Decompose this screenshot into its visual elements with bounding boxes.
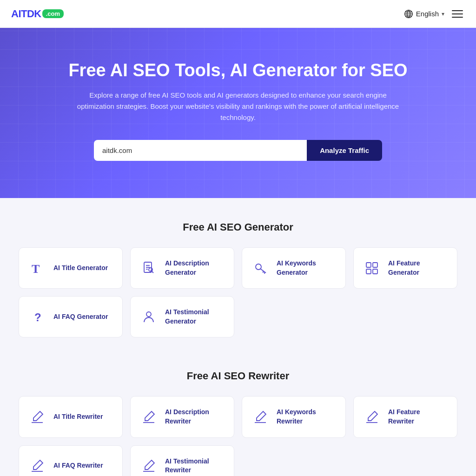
edit-icon-test-rw xyxy=(140,457,158,475)
generator-cards-row1: T AI Title Generator AI xyxy=(19,247,457,289)
card-faq-generator-label: AI FAQ Generator xyxy=(53,312,108,322)
card-faq-rewriter[interactable]: AI FAQ Rewriter xyxy=(19,445,123,476)
url-input[interactable] xyxy=(94,140,307,161)
edit-icon-title-rw xyxy=(28,408,46,426)
card-title-generator[interactable]: T AI Title Generator xyxy=(19,247,123,289)
hamburger-menu-button[interactable] xyxy=(450,8,465,20)
header-right: English ▾ xyxy=(404,8,465,20)
card-keywords-generator[interactable]: AI Keywords Generator xyxy=(242,247,346,289)
rewriter-section: Free AI SEO Rewriter AI Title Rewriter xyxy=(0,361,476,476)
svg-text:?: ? xyxy=(34,311,41,324)
card-keywords-rewriter[interactable]: AI Keywords Rewriter xyxy=(242,396,346,437)
rewriter-cards-row2: AI FAQ Rewriter AI Testimonial Rewriter xyxy=(19,445,457,476)
card-feature-rewriter[interactable]: AI Feature Rewriter xyxy=(353,396,457,437)
doc-icon xyxy=(140,259,158,277)
svg-rect-12 xyxy=(366,263,371,267)
card-description-rewriter-label: AI Description Rewriter xyxy=(165,408,225,426)
logo-badge: .com xyxy=(42,9,64,18)
header: AITDK .com English ▾ xyxy=(0,0,476,28)
language-selector[interactable]: English ▾ xyxy=(404,9,444,19)
globe-icon xyxy=(404,9,413,19)
language-label: English xyxy=(416,10,439,18)
edit-icon-feat-rw xyxy=(363,408,381,426)
card-description-rewriter[interactable]: AI Description Rewriter xyxy=(130,396,234,437)
card-keywords-generator-label: AI Keywords Generator xyxy=(277,259,336,277)
card-feature-generator-label: AI Feature Generator xyxy=(388,259,448,277)
card-feature-generator[interactable]: AI Feature Generator xyxy=(353,247,457,289)
hero-title: Free AI SEO Tools, AI Generator for SEO xyxy=(11,60,465,80)
card-testimonial-generator[interactable]: AI Testimonial Generator xyxy=(130,296,234,337)
card-title-rewriter-label: AI Title Rewriter xyxy=(53,412,103,422)
svg-point-17 xyxy=(146,312,151,317)
card-keywords-rewriter-label: AI Keywords Rewriter xyxy=(277,408,336,426)
edit-icon-faq-rw xyxy=(28,457,46,475)
analyze-traffic-button[interactable]: Analyze Traffic xyxy=(307,140,382,161)
logo-text: AITDK xyxy=(11,8,41,20)
logo[interactable]: AITDK .com xyxy=(11,8,64,20)
title-icon: T xyxy=(28,259,46,277)
generator-cards-row2: ? AI FAQ Generator AI Testimonial Genera… xyxy=(19,296,457,337)
card-testimonial-rewriter-label: AI Testimonial Rewriter xyxy=(165,457,225,475)
grid-icon xyxy=(363,259,381,277)
chevron-down-icon: ▾ xyxy=(442,11,444,17)
card-faq-rewriter-label: AI FAQ Rewriter xyxy=(53,461,103,470)
card-title-rewriter[interactable]: AI Title Rewriter xyxy=(19,396,123,437)
card-feature-rewriter-label: AI Feature Rewriter xyxy=(388,408,448,426)
question-icon: ? xyxy=(28,308,46,326)
card-faq-generator[interactable]: ? AI FAQ Generator xyxy=(19,296,123,337)
main-content: Free AI SEO Generator T AI Title Generat… xyxy=(0,198,476,476)
card-description-generator[interactable]: AI Description Generator xyxy=(130,247,234,289)
svg-rect-13 xyxy=(373,263,377,267)
edit-icon-desc-rw xyxy=(140,408,158,426)
svg-text:T: T xyxy=(32,262,40,276)
card-testimonial-generator-label: AI Testimonial Generator xyxy=(165,308,225,326)
generator-section: Free AI SEO Generator T AI Title Generat… xyxy=(0,198,476,361)
person-icon xyxy=(140,308,158,326)
hero-description: Explore a range of free AI SEO tools and… xyxy=(75,90,401,123)
key-icon xyxy=(251,259,269,277)
card-testimonial-rewriter[interactable]: AI Testimonial Rewriter xyxy=(130,445,234,476)
card-description-generator-label: AI Description Generator xyxy=(165,259,225,277)
rewriter-cards-row1: AI Title Rewriter AI Description Rewrite… xyxy=(19,396,457,437)
generator-section-title: Free AI SEO Generator xyxy=(19,221,457,233)
hero-section: Free AI SEO Tools, AI Generator for SEO … xyxy=(0,28,476,198)
svg-rect-14 xyxy=(366,269,371,274)
svg-rect-15 xyxy=(373,269,377,274)
card-title-generator-label: AI Title Generator xyxy=(53,264,108,273)
edit-icon-kw-rw xyxy=(251,408,269,426)
rewriter-section-title: Free AI SEO Rewriter xyxy=(19,370,457,382)
search-bar: Analyze Traffic xyxy=(94,140,382,161)
